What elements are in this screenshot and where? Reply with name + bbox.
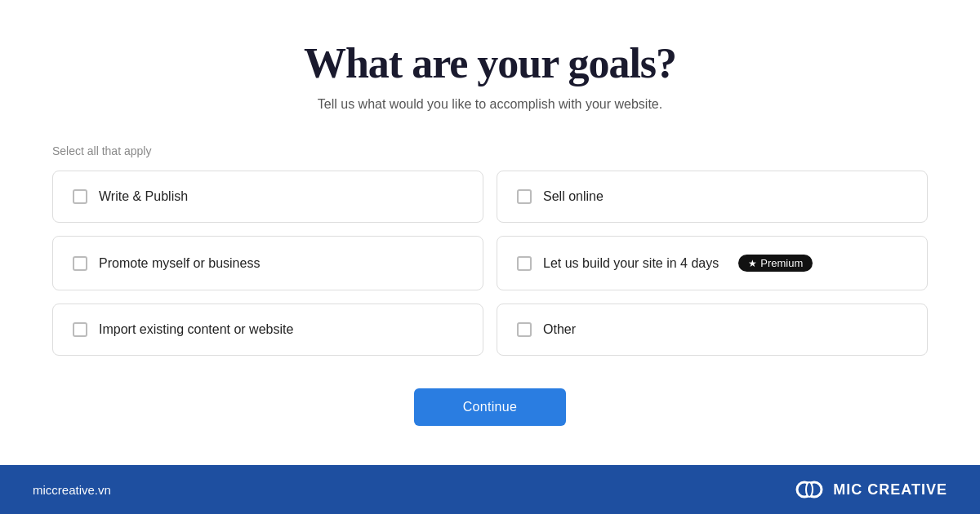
footer-brand: MIC CREATIVE xyxy=(794,474,947,505)
option-label-promote-business: Promote myself or business xyxy=(99,256,260,271)
option-sell-online[interactable]: Sell online xyxy=(497,171,928,223)
checkbox-let-us-build[interactable] xyxy=(517,256,532,271)
option-label-write-publish: Write & Publish xyxy=(99,189,188,204)
option-write-publish[interactable]: Write & Publish xyxy=(52,171,483,223)
svg-point-2 xyxy=(806,482,813,497)
checkbox-import-content[interactable] xyxy=(73,322,87,337)
select-all-label: Select all that apply xyxy=(52,144,928,157)
options-grid: Write & Publish Sell online Promote myse… xyxy=(52,171,928,356)
continue-button[interactable]: Continue xyxy=(414,388,566,426)
option-label-import-content: Import existing content or website xyxy=(99,322,293,337)
mic-creative-logo-icon xyxy=(794,474,825,505)
footer-url: miccreative.vn xyxy=(33,483,111,497)
main-content: What are your goals? Tell us what would … xyxy=(0,0,980,465)
checkbox-promote-business[interactable] xyxy=(73,256,87,271)
star-icon: ★ xyxy=(748,258,757,269)
option-import-content[interactable]: Import existing content or website xyxy=(52,304,483,356)
option-promote-business[interactable]: Promote myself or business xyxy=(52,236,483,290)
option-label-let-us-build: Let us build your site in 4 days xyxy=(543,256,719,271)
page-title: What are your goals? xyxy=(304,39,676,87)
checkbox-sell-online[interactable] xyxy=(517,189,532,204)
checkbox-write-publish[interactable] xyxy=(73,189,87,204)
option-label-other: Other xyxy=(543,322,576,337)
footer: miccreative.vn MIC CREATIVE xyxy=(0,465,980,514)
premium-badge: ★ Premium xyxy=(738,255,813,272)
option-other[interactable]: Other xyxy=(497,304,928,356)
page-subtitle: Tell us what would you like to accomplis… xyxy=(318,97,662,112)
premium-badge-text: Premium xyxy=(760,257,803,269)
option-label-sell-online: Sell online xyxy=(543,189,604,204)
footer-brand-name: MIC CREATIVE xyxy=(833,481,947,498)
option-let-us-build[interactable]: Let us build your site in 4 days ★ Premi… xyxy=(497,236,928,290)
checkbox-other[interactable] xyxy=(517,322,532,337)
